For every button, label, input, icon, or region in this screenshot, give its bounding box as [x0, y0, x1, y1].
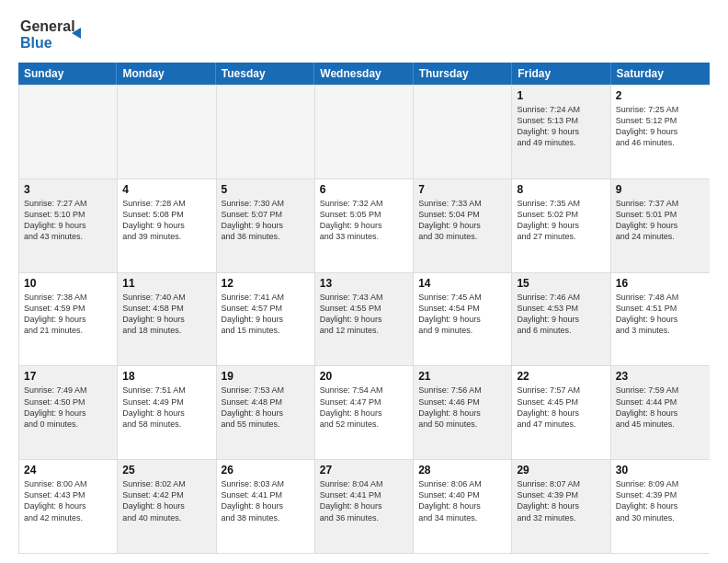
logo-icon: GeneralBlue [18, 15, 92, 53]
day-info: Sunrise: 7:49 AM Sunset: 4:50 PM Dayligh… [24, 385, 112, 430]
day-number: 8 [517, 183, 605, 196]
day-number: 4 [122, 183, 210, 196]
calendar-cell [118, 86, 216, 178]
day-info: Sunrise: 7:27 AM Sunset: 5:10 PM Dayligh… [24, 198, 112, 243]
day-number: 15 [517, 277, 605, 290]
day-info: Sunrise: 7:41 AM Sunset: 4:57 PM Dayligh… [222, 292, 310, 337]
calendar-day-header: Sunday [18, 63, 117, 85]
day-number: 6 [320, 183, 408, 196]
day-number: 7 [418, 183, 506, 196]
day-info: Sunrise: 7:43 AM Sunset: 4:55 PM Dayligh… [320, 292, 408, 337]
calendar-cell: 23Sunrise: 7:59 AM Sunset: 4:44 PM Dayli… [611, 366, 710, 459]
calendar-cell [217, 86, 315, 178]
day-info: Sunrise: 7:53 AM Sunset: 4:48 PM Dayligh… [222, 385, 310, 430]
calendar-cell: 26Sunrise: 8:03 AM Sunset: 4:41 PM Dayli… [217, 460, 315, 553]
calendar-cell: 28Sunrise: 8:06 AM Sunset: 4:40 PM Dayli… [414, 460, 512, 553]
calendar: SundayMondayTuesdayWednesdayThursdayFrid… [18, 63, 710, 554]
calendar-day-header: Tuesday [216, 63, 314, 85]
day-info: Sunrise: 7:51 AM Sunset: 4:49 PM Dayligh… [122, 385, 210, 430]
calendar-cell: 7Sunrise: 7:33 AM Sunset: 5:04 PM Daylig… [414, 179, 512, 272]
calendar-day-header: Saturday [611, 63, 710, 85]
day-info: Sunrise: 7:57 AM Sunset: 4:45 PM Dayligh… [517, 385, 605, 430]
day-number: 3 [24, 183, 112, 196]
day-info: Sunrise: 8:07 AM Sunset: 4:39 PM Dayligh… [517, 478, 605, 523]
calendar-day-header: Friday [512, 63, 610, 85]
day-number: 26 [222, 464, 310, 477]
day-info: Sunrise: 7:38 AM Sunset: 4:59 PM Dayligh… [24, 292, 112, 337]
day-info: Sunrise: 7:37 AM Sunset: 5:01 PM Dayligh… [616, 198, 705, 243]
calendar-cell: 10Sunrise: 7:38 AM Sunset: 4:59 PM Dayli… [19, 273, 118, 366]
calendar-cell: 14Sunrise: 7:45 AM Sunset: 4:54 PM Dayli… [414, 273, 512, 366]
day-number: 5 [222, 183, 310, 196]
calendar-row: 17Sunrise: 7:49 AM Sunset: 4:50 PM Dayli… [18, 366, 710, 460]
day-info: Sunrise: 7:33 AM Sunset: 5:04 PM Dayligh… [418, 198, 506, 243]
calendar-cell: 18Sunrise: 7:51 AM Sunset: 4:49 PM Dayli… [118, 366, 216, 459]
day-number: 16 [616, 277, 705, 290]
calendar-row: 3Sunrise: 7:27 AM Sunset: 5:10 PM Daylig… [18, 179, 710, 273]
day-info: Sunrise: 7:32 AM Sunset: 5:05 PM Dayligh… [320, 198, 408, 243]
calendar-cell: 20Sunrise: 7:54 AM Sunset: 4:47 PM Dayli… [315, 366, 414, 459]
calendar-cell: 19Sunrise: 7:53 AM Sunset: 4:48 PM Dayli… [217, 366, 315, 459]
calendar-cell [315, 86, 414, 178]
calendar-cell [414, 86, 512, 178]
day-number: 18 [122, 370, 210, 383]
calendar-cell: 29Sunrise: 8:07 AM Sunset: 4:39 PM Dayli… [512, 460, 610, 553]
calendar-cell: 25Sunrise: 8:02 AM Sunset: 4:42 PM Dayli… [118, 460, 216, 553]
day-number: 24 [24, 464, 112, 477]
calendar-cell [19, 86, 118, 178]
calendar-cell: 27Sunrise: 8:04 AM Sunset: 4:41 PM Dayli… [315, 460, 414, 553]
svg-text:General: General [20, 18, 75, 34]
calendar-cell: 24Sunrise: 8:00 AM Sunset: 4:43 PM Dayli… [19, 460, 118, 553]
calendar-cell: 8Sunrise: 7:35 AM Sunset: 5:02 PM Daylig… [512, 179, 610, 272]
day-number: 9 [616, 183, 705, 196]
day-info: Sunrise: 7:59 AM Sunset: 4:44 PM Dayligh… [616, 385, 705, 430]
calendar-row: 1Sunrise: 7:24 AM Sunset: 5:13 PM Daylig… [18, 85, 710, 179]
calendar-cell: 5Sunrise: 7:30 AM Sunset: 5:07 PM Daylig… [217, 179, 315, 272]
day-info: Sunrise: 8:04 AM Sunset: 4:41 PM Dayligh… [320, 478, 408, 523]
day-number: 23 [616, 370, 705, 383]
calendar-row: 24Sunrise: 8:00 AM Sunset: 4:43 PM Dayli… [18, 460, 710, 554]
day-number: 21 [418, 370, 506, 383]
day-number: 1 [517, 89, 605, 102]
logo: GeneralBlue [18, 15, 92, 53]
page: GeneralBlue SundayMondayTuesdayWednesday… [0, 0, 728, 563]
header: GeneralBlue [18, 15, 710, 53]
day-number: 29 [517, 464, 605, 477]
calendar-body: 1Sunrise: 7:24 AM Sunset: 5:13 PM Daylig… [18, 85, 710, 554]
day-info: Sunrise: 7:48 AM Sunset: 4:51 PM Dayligh… [616, 292, 705, 337]
calendar-day-header: Thursday [414, 63, 512, 85]
day-info: Sunrise: 7:45 AM Sunset: 4:54 PM Dayligh… [418, 292, 506, 337]
day-info: Sunrise: 7:28 AM Sunset: 5:08 PM Dayligh… [122, 198, 210, 243]
day-number: 27 [320, 464, 408, 477]
calendar-cell: 21Sunrise: 7:56 AM Sunset: 4:46 PM Dayli… [414, 366, 512, 459]
calendar-cell: 15Sunrise: 7:46 AM Sunset: 4:53 PM Dayli… [512, 273, 610, 366]
day-number: 28 [418, 464, 506, 477]
day-info: Sunrise: 7:24 AM Sunset: 5:13 PM Dayligh… [517, 104, 605, 149]
calendar-cell: 12Sunrise: 7:41 AM Sunset: 4:57 PM Dayli… [217, 273, 315, 366]
day-info: Sunrise: 7:56 AM Sunset: 4:46 PM Dayligh… [418, 385, 506, 430]
day-number: 13 [320, 277, 408, 290]
calendar-day-header: Monday [117, 63, 215, 85]
day-info: Sunrise: 7:35 AM Sunset: 5:02 PM Dayligh… [517, 198, 605, 243]
day-info: Sunrise: 8:06 AM Sunset: 4:40 PM Dayligh… [418, 478, 506, 523]
day-number: 10 [24, 277, 112, 290]
day-number: 17 [24, 370, 112, 383]
calendar-row: 10Sunrise: 7:38 AM Sunset: 4:59 PM Dayli… [18, 273, 710, 367]
day-number: 20 [320, 370, 408, 383]
calendar-cell: 1Sunrise: 7:24 AM Sunset: 5:13 PM Daylig… [512, 86, 610, 178]
calendar-cell: 4Sunrise: 7:28 AM Sunset: 5:08 PM Daylig… [118, 179, 216, 272]
day-number: 19 [222, 370, 310, 383]
calendar-cell: 22Sunrise: 7:57 AM Sunset: 4:45 PM Dayli… [512, 366, 610, 459]
calendar-cell: 6Sunrise: 7:32 AM Sunset: 5:05 PM Daylig… [315, 179, 414, 272]
calendar-cell: 13Sunrise: 7:43 AM Sunset: 4:55 PM Dayli… [315, 273, 414, 366]
day-number: 12 [222, 277, 310, 290]
calendar-cell: 2Sunrise: 7:25 AM Sunset: 5:12 PM Daylig… [611, 86, 710, 178]
svg-text:Blue: Blue [20, 35, 52, 51]
day-number: 2 [616, 89, 705, 102]
day-info: Sunrise: 8:09 AM Sunset: 4:39 PM Dayligh… [616, 478, 705, 523]
calendar-cell: 30Sunrise: 8:09 AM Sunset: 4:39 PM Dayli… [611, 460, 710, 553]
calendar-cell: 3Sunrise: 7:27 AM Sunset: 5:10 PM Daylig… [19, 179, 118, 272]
calendar-cell: 16Sunrise: 7:48 AM Sunset: 4:51 PM Dayli… [611, 273, 710, 366]
day-number: 25 [122, 464, 210, 477]
calendar-header: SundayMondayTuesdayWednesdayThursdayFrid… [18, 63, 710, 85]
